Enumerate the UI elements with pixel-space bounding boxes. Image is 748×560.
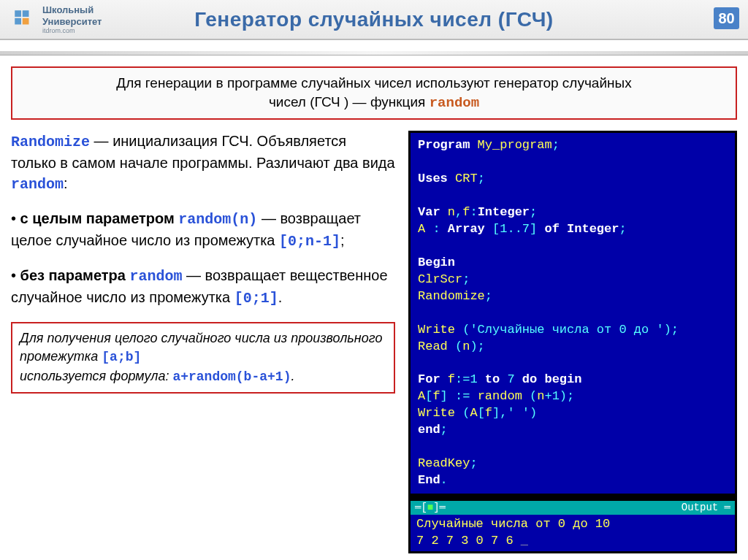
slide-title: Генератор случайных чисел (ГСЧ) <box>0 8 748 31</box>
paragraph-randomize: Randomize — инициализация ГСЧ. Объявляет… <box>11 131 395 195</box>
slide-header: Школьный Университет itdrom.com Генерато… <box>0 0 748 40</box>
header-divider <box>0 51 748 55</box>
intro-keyword: random <box>430 95 479 111</box>
paragraph-random-noarg: • без параметра random — возвращает веще… <box>11 265 395 309</box>
page-number: 80 <box>714 7 739 29</box>
cursor: _ <box>521 534 528 548</box>
code-box: Program My_program; Uses CRT; Var n,f:In… <box>408 131 737 496</box>
paragraph-random-n: • с целым параметром random(n) — возвращ… <box>11 208 395 252</box>
body: Randomize — инициализация ГСЧ. Объявляет… <box>0 127 748 553</box>
output-line1: Случайные числа от 0 до 10 <box>416 517 610 531</box>
left-column: Randomize — инициализация ГСЧ. Объявляет… <box>11 131 395 553</box>
output-line2: 7 2 7 3 0 7 6 <box>416 534 521 548</box>
intro-line2a: чисел (ГСЧ ) — функция <box>269 94 430 110</box>
output-box: ═[■]═ Output ═ Случайные числа от 0 до 1… <box>408 499 737 553</box>
output-body: Случайные числа от 0 до 10 7 2 7 3 0 7 6… <box>411 515 735 551</box>
right-column: Program My_program; Uses CRT; Var n,f:In… <box>408 131 737 553</box>
output-header: ═[■]═ Output ═ <box>411 501 735 515</box>
note-box: Для получения целого случайного числа из… <box>11 322 395 394</box>
intro-line1: Для генерации в программе случайных чисе… <box>116 75 631 91</box>
intro-box: Для генерации в программе случайных чисе… <box>11 66 737 120</box>
